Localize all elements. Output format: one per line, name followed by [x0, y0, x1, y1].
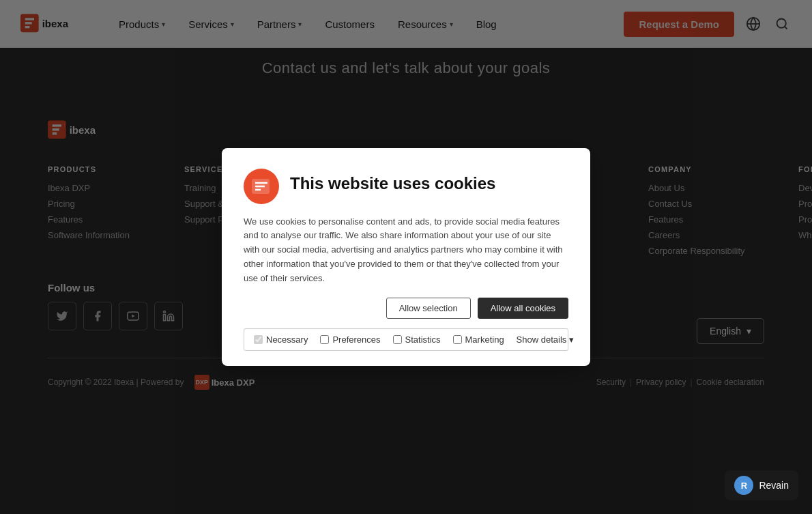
cookie-overlay: This website uses cookies We use cookies…	[0, 0, 812, 514]
preferences-checkbox[interactable]	[320, 335, 329, 344]
show-details-label: Show details	[517, 334, 567, 345]
cookie-title: This website uses cookies	[290, 169, 495, 194]
cookie-body: We use cookies to personalise content an…	[244, 215, 568, 286]
cookie-header: This website uses cookies	[244, 169, 568, 204]
necessary-label: Necessary	[266, 334, 308, 345]
marketing-label: Marketing	[465, 334, 504, 345]
cookie-check-preferences: Preferences	[320, 334, 380, 345]
marketing-checkbox[interactable]	[453, 335, 462, 344]
cookie-checkboxes: Necessary Preferences Statistics Marketi…	[244, 328, 568, 351]
cookie-buttons: Allow selection Allow all cookies	[244, 298, 568, 319]
necessary-checkbox[interactable]	[254, 335, 263, 344]
revain-label: Revain	[759, 480, 789, 491]
cookie-check-marketing: Marketing	[453, 334, 504, 345]
cookie-brand-icon	[244, 169, 279, 204]
statistics-checkbox[interactable]	[393, 335, 402, 344]
cookie-check-statistics: Statistics	[393, 334, 441, 345]
show-details-button[interactable]: Show details ▾	[517, 334, 575, 345]
statistics-label: Statistics	[405, 334, 441, 345]
cookie-modal: This website uses cookies We use cookies…	[222, 148, 590, 367]
preferences-label: Preferences	[332, 334, 380, 345]
allow-selection-button[interactable]: Allow selection	[386, 298, 471, 319]
allow-all-cookies-button[interactable]: Allow all cookies	[478, 298, 568, 319]
revain-widget[interactable]: R Revain	[725, 470, 798, 500]
revain-icon: R	[734, 476, 753, 495]
chevron-down-icon: ▾	[569, 334, 574, 345]
cookie-check-necessary: Necessary	[254, 334, 308, 345]
